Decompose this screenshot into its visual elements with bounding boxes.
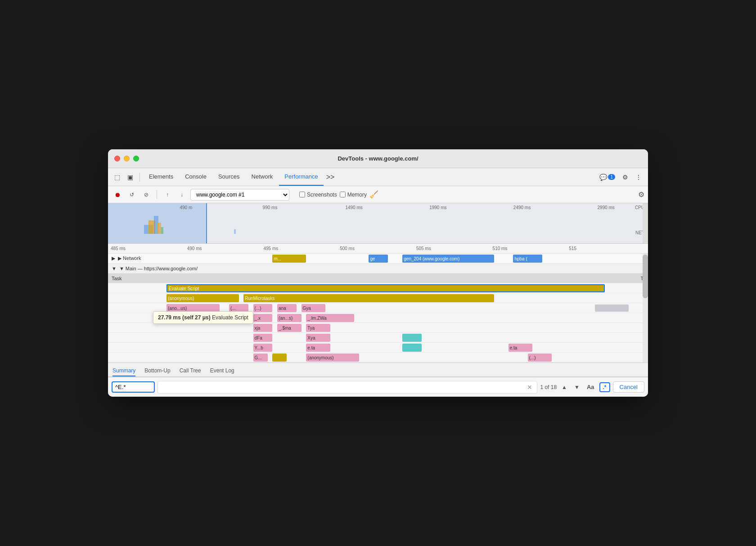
search-main-area[interactable]: ✕ bbox=[158, 381, 537, 394]
flame-chart-container: 485 ms 490 ms 495 ms 500 ms 505 ms 510 m… bbox=[108, 244, 648, 363]
timeline-scrollbar[interactable] bbox=[643, 203, 648, 243]
search-prev-button[interactable]: ▲ bbox=[559, 383, 569, 391]
download-button[interactable]: ↓ bbox=[176, 189, 188, 201]
r3-b2[interactable]: _.$ma bbox=[277, 324, 302, 332]
search-clear-icon[interactable]: ✕ bbox=[527, 384, 532, 391]
settings-icon[interactable]: ⚙ bbox=[620, 172, 631, 183]
network-expand-icon[interactable]: ▶ bbox=[112, 255, 115, 261]
r1-b5[interactable]: Gya bbox=[302, 304, 326, 312]
svg-rect-5 bbox=[234, 229, 236, 234]
network-block-hpba[interactable]: hpba ( bbox=[513, 255, 542, 263]
r3-b1[interactable]: xja bbox=[253, 324, 273, 332]
url-select[interactable]: www.google.com #1 bbox=[190, 189, 289, 201]
clear-button[interactable]: ⊘ bbox=[140, 189, 152, 201]
cancel-button[interactable]: Cancel bbox=[613, 381, 644, 393]
r1-b4[interactable]: ana bbox=[277, 304, 297, 312]
regex-button[interactable]: .* bbox=[599, 382, 610, 392]
ruler: 485 ms 490 ms 495 ms 500 ms 505 ms 510 m… bbox=[108, 244, 648, 254]
flame-row-5: Y...b e.ta e.ta bbox=[108, 343, 648, 353]
minimize-button[interactable] bbox=[124, 156, 130, 161]
tl-label-0: 490 m bbox=[144, 205, 228, 210]
r2-b1[interactable]: _.x bbox=[253, 314, 273, 322]
main-collapse-icon[interactable]: ▼ bbox=[112, 266, 117, 271]
network-blocks-area: m... ge gen_204 (www.google.com) hpba ( bbox=[166, 254, 648, 263]
record-button[interactable]: ⏺ bbox=[112, 189, 123, 201]
device-icon[interactable]: ▣ bbox=[125, 172, 136, 183]
capture-settings-icon[interactable]: 🧹 bbox=[369, 190, 378, 199]
r5-b2[interactable]: e.ta bbox=[306, 344, 330, 352]
r2-b2[interactable]: (an...s) bbox=[277, 314, 302, 322]
tab-network[interactable]: Network bbox=[246, 168, 279, 186]
reload-button[interactable]: ↺ bbox=[126, 189, 138, 201]
screenshots-checkbox-group[interactable]: Screenshots bbox=[299, 192, 337, 198]
r1-b3[interactable]: (...) bbox=[253, 304, 273, 312]
search-bar: ✕ 1 of 18 ▲ ▼ Aa .* Cancel bbox=[108, 377, 648, 397]
notification-badge: 1 bbox=[608, 174, 615, 180]
flame-row-4: dFa Xya bbox=[108, 333, 648, 343]
r5-b3[interactable]: e.ta bbox=[508, 344, 533, 352]
memory-checkbox-group[interactable]: Memory bbox=[340, 192, 367, 198]
r4-b1[interactable]: dFa bbox=[253, 334, 273, 342]
anonymous-block[interactable]: (anonymous) bbox=[166, 294, 239, 302]
task-content: T... bbox=[166, 273, 648, 283]
flame-scrollbar[interactable] bbox=[643, 254, 648, 363]
timeline-labels: 490 m 990 ms 1490 ms 1990 ms 2490 ms 299… bbox=[108, 205, 648, 210]
runmicrotasks-block[interactable]: RunMicrotasks bbox=[243, 294, 494, 302]
inspector-icon[interactable]: ⬚ bbox=[112, 172, 123, 183]
task-row: Task T... bbox=[108, 273, 648, 283]
ruler-mark-6: 515 bbox=[569, 246, 645, 251]
tab-elements[interactable]: Elements bbox=[144, 168, 179, 186]
network-section-row: ▶ ▶ Network m... ge gen_204 (www.google.… bbox=[108, 254, 648, 264]
record-toolbar: ⏺ ↺ ⊘ ↑ ↓ www.google.com #1 Screenshots … bbox=[108, 186, 648, 203]
r4-b2[interactable]: Xya bbox=[306, 334, 330, 342]
network-block-gen204[interactable]: gen_204 (www.google.com) bbox=[402, 255, 494, 263]
r6-b1[interactable]: G... bbox=[253, 354, 268, 362]
tab-bottom-up[interactable]: Bottom-Up bbox=[144, 367, 170, 376]
devtools-window: DevTools - www.google.com/ ⬚ ▣ Elements … bbox=[108, 149, 648, 397]
search-query-wrapper[interactable] bbox=[112, 381, 155, 393]
screenshots-checkbox[interactable] bbox=[299, 192, 305, 197]
r1-right bbox=[595, 304, 629, 312]
task-label: Task bbox=[108, 276, 166, 281]
r6-b4[interactable]: (...) bbox=[528, 354, 552, 362]
r2-b3[interactable]: _.lm.ZWa bbox=[306, 314, 354, 322]
more-tabs-button[interactable]: >> bbox=[324, 171, 337, 183]
r6-b2[interactable] bbox=[272, 354, 287, 362]
upload-button[interactable]: ↑ bbox=[162, 189, 173, 201]
r5-b4[interactable] bbox=[402, 344, 422, 352]
r3-b3[interactable]: Tya bbox=[306, 324, 330, 332]
r5-b1[interactable]: Y...b bbox=[253, 344, 273, 352]
tab-performance[interactable]: Performance bbox=[279, 168, 323, 186]
r6-b3[interactable]: (anonymous) bbox=[306, 354, 359, 362]
tab-event-log[interactable]: Event Log bbox=[210, 367, 234, 376]
r4-content: dFa Xya bbox=[166, 333, 648, 342]
bottom-tabs-bar: Summary Bottom-Up Call Tree Event Log bbox=[108, 363, 648, 377]
tab-call-tree[interactable]: Call Tree bbox=[180, 367, 201, 376]
ruler-labels: 485 ms 490 ms 495 ms 500 ms 505 ms 510 m… bbox=[108, 246, 648, 251]
network-block-m[interactable]: m... bbox=[272, 255, 306, 263]
main-tabs: Elements Console Sources Network Perform… bbox=[144, 168, 336, 186]
flame-scrollbar-thumb[interactable] bbox=[643, 255, 648, 298]
r3-content: xja _.$ma Tya bbox=[166, 323, 648, 332]
svg-rect-4 bbox=[161, 227, 163, 234]
traffic-lights bbox=[114, 156, 139, 161]
r4-b3[interactable] bbox=[402, 334, 422, 342]
match-case-button[interactable]: Aa bbox=[585, 383, 597, 391]
separator bbox=[140, 173, 140, 182]
perf-settings-icon[interactable]: ⚙ bbox=[638, 190, 644, 199]
timeline-chart bbox=[144, 211, 639, 234]
maximize-button[interactable] bbox=[133, 156, 139, 161]
search-input[interactable] bbox=[115, 384, 151, 390]
search-next-button[interactable]: ▼ bbox=[572, 383, 582, 391]
evaluate-script-block[interactable]: Evaluate Script bbox=[166, 284, 605, 292]
notifications-icon[interactable]: 💬 1 bbox=[597, 172, 618, 183]
network-block-ge[interactable]: ge bbox=[369, 255, 388, 263]
memory-checkbox[interactable] bbox=[340, 192, 346, 197]
tab-console[interactable]: Console bbox=[180, 168, 212, 186]
tab-sources[interactable]: Sources bbox=[213, 168, 245, 186]
more-options-icon[interactable]: ⋮ bbox=[633, 172, 644, 183]
close-button[interactable] bbox=[114, 156, 120, 161]
task-label-text: Task bbox=[112, 276, 122, 281]
tl-label-3: 1990 ms bbox=[396, 205, 480, 210]
tab-summary[interactable]: Summary bbox=[112, 367, 135, 376]
